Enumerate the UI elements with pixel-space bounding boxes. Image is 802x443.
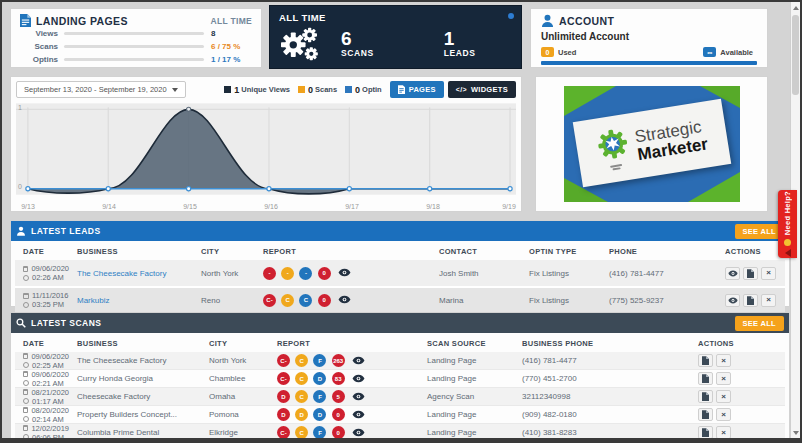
report-badge: F: [313, 390, 326, 403]
optins-bar: [64, 58, 204, 61]
close-icon: ×: [721, 393, 726, 401]
report-action-button[interactable]: [743, 294, 758, 307]
widgets-button[interactable]: </> WIDGETS: [448, 81, 516, 98]
close-icon: ×: [766, 269, 771, 277]
y-tick-min: 0: [18, 183, 22, 190]
table-row: 12/02/2019 06:06 PM Columbia Prime Denta…: [15, 424, 785, 442]
need-help-tab[interactable]: Need Help?: [778, 190, 797, 258]
view-report-icon[interactable]: [338, 268, 351, 277]
used-badge: 0: [541, 47, 554, 57]
close-icon: ×: [721, 411, 726, 419]
table-row: 09/06/2020 02:26 AM The Cheesecake Facto…: [15, 260, 785, 286]
close-icon: ×: [721, 375, 726, 383]
legend-swatch: [345, 86, 352, 93]
legend-swatch: [298, 86, 305, 93]
report-badge: D: [295, 408, 308, 421]
alltime-summary-panel: ALL TIME: [269, 5, 522, 69]
table-row: 11/11/2016 03:25 PM Markubiz Reno C- C C…: [15, 286, 785, 312]
brand-logo-icon: [594, 126, 632, 172]
pages-button[interactable]: PAGES: [390, 81, 444, 98]
latest-scans-section: LATEST SCANS SEE ALL DATE BUSINESS CITY …: [10, 312, 790, 439]
report-badge: C: [295, 390, 308, 403]
report-action-button[interactable]: [698, 408, 713, 421]
scroll-down-arrow[interactable]: [791, 427, 800, 438]
report-badge: D: [277, 390, 290, 403]
view-report-icon[interactable]: [352, 428, 365, 437]
view-report-icon[interactable]: [352, 374, 365, 383]
table-row: 08/20/2020 02:14 AM Property Builders Co…: [15, 406, 785, 424]
view-report-icon[interactable]: [352, 356, 365, 365]
alltime-title: ALL TIME: [279, 12, 512, 23]
date-range-dropdown[interactable]: September 13, 2020 - September 19, 2020: [16, 81, 186, 98]
page-icon: [398, 85, 405, 94]
info-icon[interactable]: [508, 13, 514, 19]
report-badge: C: [299, 294, 312, 307]
clock-icon: [23, 275, 29, 281]
scans-stat: Scans 6 / 75 %: [20, 40, 252, 53]
report-badge: C: [295, 354, 308, 367]
calendar-icon: [23, 353, 28, 359]
delete-action-button[interactable]: ×: [716, 408, 731, 421]
clock-icon: [23, 398, 29, 404]
report-action-button[interactable]: [698, 372, 713, 385]
calendar-icon: [23, 266, 28, 272]
search-icon: [16, 318, 26, 328]
report-action-button[interactable]: [743, 267, 758, 280]
leads-table-header: DATE BUSINESS CITY REPORT CONTACT OPTIN …: [15, 243, 785, 260]
report-badge: C-: [277, 372, 290, 385]
calendar-icon: [23, 389, 28, 395]
calendar-icon: [23, 371, 28, 377]
report-action-button[interactable]: [698, 354, 713, 367]
business-link[interactable]: The Cheesecake Factory: [69, 269, 193, 278]
views-stat: Views 8: [20, 27, 252, 40]
report-action-button[interactable]: [698, 426, 713, 439]
gears-icon: [279, 26, 319, 62]
latest-leads-section: LATEST LEADS SEE ALL DATE BUSINESS CITY …: [10, 220, 790, 307]
chart-canvas: [16, 103, 516, 199]
view-report-icon[interactable]: [352, 392, 365, 401]
view-report-icon[interactable]: [352, 410, 365, 419]
report-badge: -: [281, 267, 294, 280]
bulb-icon: [784, 239, 791, 246]
legend-unique-views: 1 Unique Views: [224, 85, 290, 95]
report-badge: D: [313, 372, 326, 385]
report-badge: F: [313, 426, 326, 439]
table-row: 09/06/2020 02:25 AM The Cheesecake Facto…: [15, 352, 785, 370]
business-link[interactable]: Markubiz: [69, 296, 193, 305]
report-action-button[interactable]: [698, 390, 713, 403]
strategic-marketer-image: Strategic Marketer: [564, 86, 740, 202]
scans-header-bar: LATEST SCANS SEE ALL: [11, 313, 789, 333]
view-report-icon[interactable]: [338, 295, 351, 304]
view-action-button[interactable]: [725, 267, 740, 280]
panel-title: LANDING PAGES: [36, 15, 128, 27]
scrollbar-thumb[interactable]: [792, 15, 799, 95]
account-icon: [541, 14, 554, 27]
table-row: 09/06/2020 02:21 AM Curry Honda Georgia …: [15, 370, 785, 388]
close-icon: ×: [721, 429, 726, 437]
report-badge: D: [277, 408, 290, 421]
delete-action-button[interactable]: ×: [716, 354, 731, 367]
delete-action-button[interactable]: ×: [761, 267, 776, 280]
report-badge: C-: [263, 294, 276, 307]
delete-action-button[interactable]: ×: [716, 390, 731, 403]
leads-see-all-button[interactable]: SEE ALL: [735, 224, 785, 239]
report-badge: 263: [332, 354, 345, 367]
report-badge: C-: [277, 354, 290, 367]
report-badge: 0: [332, 426, 345, 439]
pointer-icon: [785, 249, 791, 257]
report-badge: 5: [332, 390, 345, 403]
scans-see-all-button[interactable]: SEE ALL: [735, 316, 785, 331]
view-action-button[interactable]: [725, 294, 740, 307]
calendar-icon: [23, 407, 28, 413]
panel-title: ACCOUNT: [559, 15, 614, 27]
scroll-up-arrow[interactable]: [791, 2, 800, 13]
clock-icon: [23, 380, 29, 386]
clock-icon: [23, 362, 29, 368]
delete-action-button[interactable]: ×: [716, 426, 731, 439]
corner-decoration: [564, 86, 616, 116]
corner-decoration: [688, 172, 740, 202]
delete-action-button[interactable]: ×: [716, 372, 731, 385]
delete-action-button[interactable]: ×: [761, 294, 776, 307]
account-panel: ACCOUNT Unlimited Account 0 Used ∞ Avail…: [530, 8, 768, 68]
report-badge: -: [263, 267, 276, 280]
